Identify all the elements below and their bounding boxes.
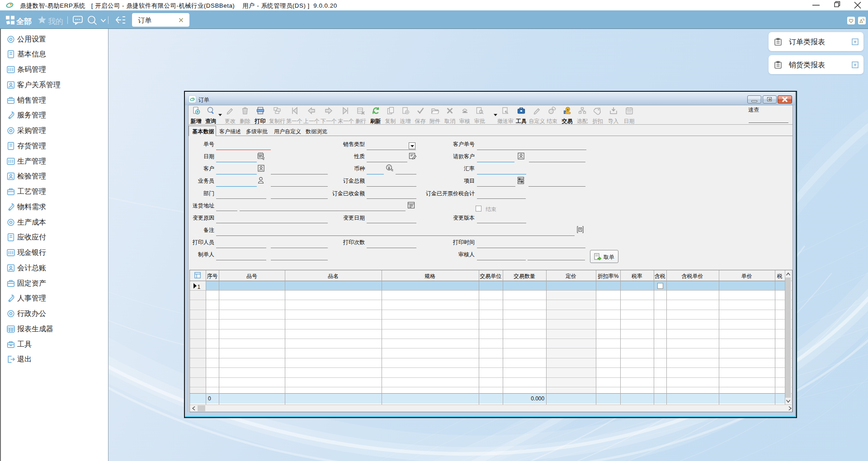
svg-text:1: 1: [198, 283, 201, 289]
